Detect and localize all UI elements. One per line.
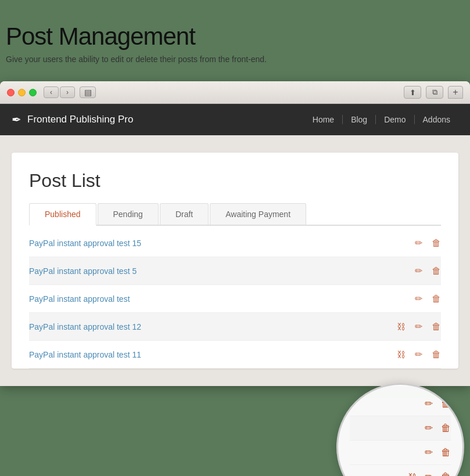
minimize-dot[interactable] (18, 89, 26, 96)
share-button[interactable]: ⬆ (404, 86, 421, 99)
post-list: PayPal instant approval test 15 ✏ 🗑 PayP… (29, 226, 441, 369)
circle-content: ✏ 🗑 ✏ 🗑 ✏ 🗑 (338, 392, 462, 476)
forward-button[interactable]: › (60, 86, 75, 98)
post-actions: ✏ 🗑 (415, 293, 441, 304)
post-title-link[interactable]: PayPal instant approval test 15 (29, 239, 415, 248)
post-actions: ⛓ ✏ 🗑 (397, 321, 441, 332)
table-row: PayPal instant approval test 12 ⛓ ✏ 🗑 (29, 313, 441, 341)
table-row: PayPal instant approval test 15 ✏ 🗑 (29, 229, 441, 257)
close-dot[interactable] (7, 89, 15, 96)
browser-toolbar: ‹ › ▤ ⬆ ⧉ + (0, 81, 470, 104)
post-list-card: Post List Published Pending Draft Awaiti… (12, 153, 458, 369)
delete-icon[interactable]: 🗑 (432, 238, 441, 248)
circle-row-4: ⛓ ✏ 🗑 (350, 465, 451, 476)
page-title: Post Management (6, 23, 453, 50)
browser-window: ‹ › ▤ ⬆ ⧉ + ✒ Frontend Publishing Pr (0, 81, 470, 386)
delete-icon[interactable]: 🗑 (432, 294, 441, 304)
delete-icon[interactable]: 🗑 (432, 266, 441, 276)
nav-link-blog[interactable]: Blog (343, 115, 376, 124)
link-icon[interactable]: ⛓ (397, 349, 406, 359)
nav-links: Home Blog Demo Addons (304, 115, 458, 124)
delete-icon[interactable]: 🗑 (432, 349, 441, 360)
circle-row-2: ✏ 🗑 (350, 416, 451, 441)
edit-icon[interactable]: ✏ (415, 321, 422, 332)
edit-icon[interactable]: ✏ (415, 293, 422, 304)
post-actions: ✏ 🗑 (415, 237, 441, 248)
page-header: Post Management Give your users the abil… (0, 23, 470, 81)
delete-icon[interactable]: 🗑 (432, 322, 441, 332)
site-logo: ✒ Frontend Publishing Pro (12, 113, 304, 127)
page-wrapper: Post Management Give your users the abil… (0, 23, 470, 386)
edit-icon[interactable]: ✏ (415, 237, 422, 248)
page-subtitle: Give your users the ability to edit or d… (6, 55, 453, 64)
logo-icon: ✒ (12, 113, 21, 127)
logo-text: Frontend Publishing Pro (27, 114, 133, 125)
browser-content: ✒ Frontend Publishing Pro Home Blog Demo… (0, 104, 470, 386)
browser-nav: ‹ › (44, 86, 75, 98)
maximize-dot[interactable] (29, 89, 37, 96)
card-title: Post List (29, 170, 441, 192)
table-row: PayPal instant approval test 11 ⛓ ✏ 🗑 (29, 341, 441, 369)
magnification-circle: ✏ 🗑 ✏ 🗑 ✏ 🗑 (336, 383, 464, 476)
nav-link-home[interactable]: Home (304, 115, 343, 124)
post-title-link[interactable]: PayPal instant approval test (29, 294, 415, 304)
tab-bar: Published Pending Draft Awaiting Payment (29, 203, 441, 226)
resize-button[interactable]: ⧉ (426, 86, 443, 99)
tab-pending[interactable]: Pending (98, 203, 159, 225)
new-tab-button[interactable]: + (448, 86, 463, 99)
tab-draft[interactable]: Draft (160, 203, 209, 225)
table-row: PayPal instant approval test ✏ 🗑 (29, 285, 441, 313)
post-title-link[interactable]: PayPal instant approval test 5 (29, 266, 415, 276)
content-area: Post List Published Pending Draft Awaiti… (0, 135, 470, 386)
tab-published[interactable]: Published (29, 203, 96, 226)
sidebar-toggle-button[interactable]: ▤ (80, 86, 96, 98)
nav-link-addons[interactable]: Addons (415, 115, 458, 124)
post-title-link[interactable]: PayPal instant approval test 11 (29, 350, 397, 359)
tab-awaiting-payment[interactable]: Awaiting Payment (210, 203, 306, 225)
post-actions: ✏ 🗑 (415, 265, 441, 276)
edit-icon[interactable]: ✏ (415, 265, 422, 276)
edit-icon[interactable]: ✏ (415, 349, 422, 360)
back-button[interactable]: ‹ (44, 86, 59, 98)
post-title-link[interactable]: PayPal instant approval test 12 (29, 322, 397, 331)
table-row: PayPal instant approval test 5 ✏ 🗑 (29, 257, 441, 285)
circle-row-1: ✏ 🗑 (350, 392, 451, 416)
nav-link-demo[interactable]: Demo (376, 115, 414, 124)
post-actions: ⛓ ✏ 🗑 (397, 349, 441, 360)
browser-dots (7, 89, 37, 96)
site-navbar: ✒ Frontend Publishing Pro Home Blog Demo… (0, 104, 470, 135)
circle-row-3: ✏ 🗑 (350, 441, 451, 465)
link-icon[interactable]: ⛓ (397, 322, 406, 331)
